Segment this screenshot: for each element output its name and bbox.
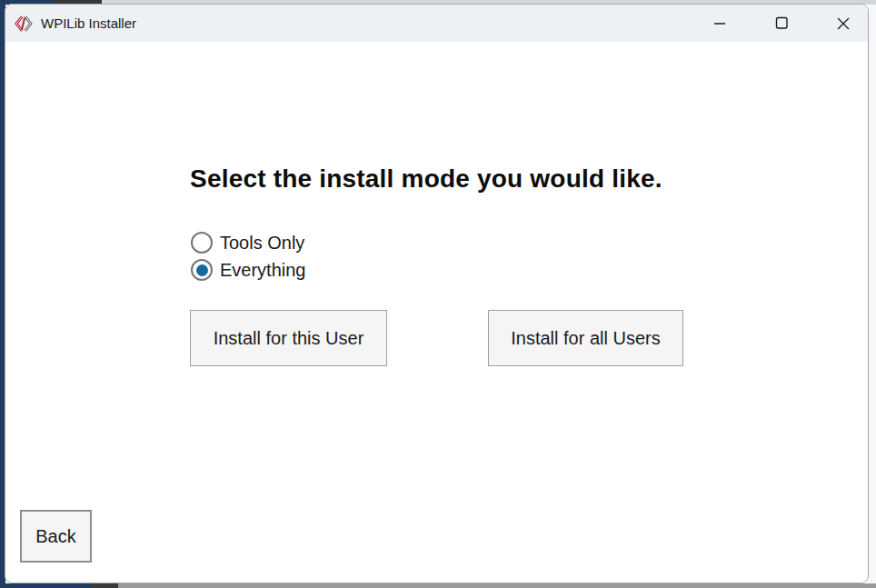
maximize-icon bbox=[761, 5, 802, 42]
minimize-button[interactable] bbox=[699, 5, 741, 42]
radio-tools-only[interactable]: Tools Only bbox=[191, 229, 306, 256]
page-title: Select the install mode you would like. bbox=[190, 164, 685, 194]
maximize-button[interactable] bbox=[761, 5, 802, 42]
installer-window: WPILib Installer Select the install bbox=[5, 4, 869, 583]
radio-circle-icon bbox=[191, 232, 213, 254]
install-mode-radio-group: Tools Only Everything bbox=[191, 229, 306, 284]
desktop-backdrop-right bbox=[869, 0, 876, 588]
install-buttons-row: Install for this User Install for all Us… bbox=[190, 310, 683, 366]
back-button[interactable]: Back bbox=[20, 510, 92, 563]
close-icon bbox=[822, 5, 864, 42]
close-button[interactable] bbox=[822, 5, 864, 42]
install-this-user-button[interactable]: Install for this User bbox=[190, 310, 387, 366]
caption-buttons bbox=[699, 5, 864, 42]
desktop-backdrop-bottom bbox=[0, 583, 876, 588]
window-title: WPILib Installer bbox=[41, 15, 136, 31]
install-all-users-button[interactable]: Install for all Users bbox=[488, 310, 683, 366]
radio-circle-icon bbox=[191, 259, 213, 281]
wpilib-logo-icon bbox=[15, 15, 33, 33]
radio-everything[interactable]: Everything bbox=[191, 256, 306, 284]
title-bar[interactable]: WPILib Installer bbox=[5, 5, 868, 42]
radio-label: Everything bbox=[220, 260, 306, 281]
radio-label: Tools Only bbox=[220, 233, 304, 254]
minimize-icon bbox=[699, 5, 741, 42]
